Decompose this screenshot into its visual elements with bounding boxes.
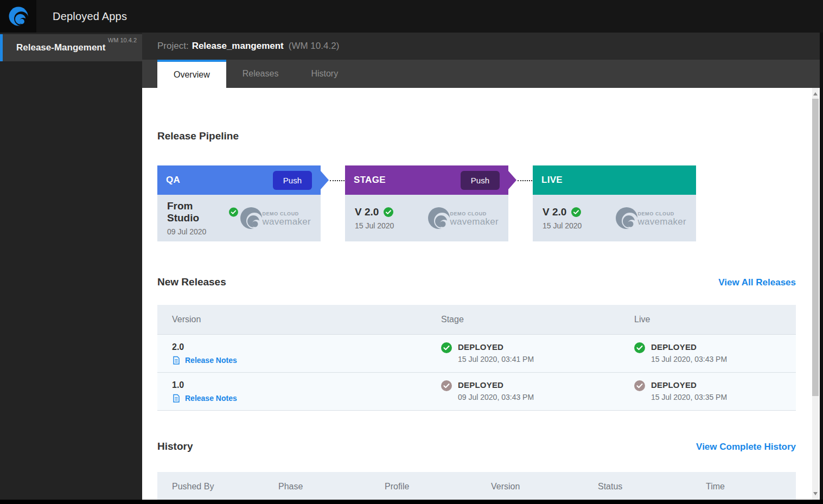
release-notes-label: Release Notes — [185, 394, 237, 403]
live-stage-name: LIVE — [541, 175, 563, 186]
column-pushed-by: Pushed By — [157, 482, 264, 492]
column-live: Live — [620, 315, 796, 324]
table-row: 2.0 Release Notes — [157, 334, 796, 372]
content-area: Release Pipeline QA Push From Studio — [142, 88, 823, 500]
success-check-icon — [441, 342, 452, 353]
stage-time: 09 Jul 2020, 03:43 PM — [458, 393, 534, 401]
qa-push-button[interactable]: Push — [273, 171, 312, 190]
project-version: (WM 10.4.2) — [289, 41, 340, 52]
wavemaker-cloud-icon — [238, 205, 264, 231]
wavemaker-wave-icon — [7, 5, 30, 28]
stage-card-header: STAGE Push — [345, 165, 508, 195]
tab-history[interactable]: History — [295, 60, 354, 88]
row-version: 1.0 — [172, 380, 426, 390]
stage-version: V 2.0 — [355, 206, 379, 218]
column-version: Version — [157, 315, 426, 324]
column-status: Status — [583, 482, 691, 492]
history-title: History — [157, 441, 193, 452]
project-header: Project: Release_mangement (WM 10.4.2) — [142, 33, 823, 60]
release-pipeline: QA Push From Studio 0 — [157, 165, 796, 241]
document-icon — [172, 356, 181, 365]
new-releases-table: Version Stage Live 2.0 Release Notes — [157, 305, 796, 411]
live-version: V 2.0 — [543, 206, 566, 218]
wavemaker-cloud-icon — [426, 205, 452, 231]
table-row: 1.0 Release Notes — [157, 372, 796, 411]
release-notes-label: Release Notes — [185, 356, 237, 365]
live-card-body: V 2.0 15 Jul 2020 — [533, 195, 696, 241]
column-time: Time — [691, 482, 796, 492]
release-pipeline-title: Release Pipeline — [157, 130, 796, 142]
project-name: Release_mangement — [192, 41, 284, 52]
live-card-header: LIVE — [533, 165, 696, 195]
tab-bar: Overview Releases History — [142, 60, 823, 88]
qa-card-body: From Studio 09 Jul 2020 — [157, 195, 321, 241]
qa-card-header: QA Push — [157, 165, 321, 195]
pipeline-connector — [330, 180, 344, 181]
project-prefix: Project: — [157, 41, 189, 52]
stage-date: 15 Jul 2020 — [355, 221, 394, 230]
view-all-releases-link[interactable]: View All Releases — [718, 277, 796, 288]
live-time: 15 Jul 2020, 03:35 PM — [651, 393, 727, 401]
new-releases-title: New Releases — [157, 276, 226, 288]
live-time: 15 Jul 2020, 03:43 PM — [651, 355, 727, 363]
row-version: 2.0 — [172, 342, 426, 352]
cloud-brand: wavemaker — [262, 217, 311, 227]
inactive-check-icon — [634, 380, 645, 391]
cloud-brand: wavemaker — [637, 217, 686, 227]
new-releases-table-header: Version Stage Live — [157, 305, 796, 334]
column-phase: Phase — [264, 482, 370, 492]
live-status: DEPLOYED — [651, 380, 727, 390]
wavemaker-cloud-icon — [614, 205, 640, 231]
qa-version: From Studio — [167, 200, 224, 224]
stage-push-button[interactable]: Push — [461, 171, 500, 190]
vertical-scrollbar[interactable] — [812, 88, 819, 500]
pipeline-connector — [518, 180, 532, 181]
scroll-down-arrow-icon[interactable] — [813, 492, 818, 495]
column-version: Version — [476, 482, 583, 492]
window-right-border — [820, 33, 823, 500]
column-profile: Profile — [370, 482, 476, 492]
sidebar: Release-Mangement WM 10.4.2 — [0, 33, 142, 500]
qa-stage-name: QA — [166, 175, 180, 186]
pipeline-card-stage: STAGE Push V 2.0 15 J — [345, 165, 508, 241]
cloud-brand: wavemaker — [450, 217, 499, 227]
stage-card-body: V 2.0 15 Jul 2020 — [345, 195, 508, 241]
tab-overview[interactable]: Overview — [157, 60, 226, 88]
success-check-icon — [571, 207, 581, 217]
view-complete-history-link[interactable]: View Complete History — [696, 442, 796, 452]
column-stage: Stage — [426, 315, 620, 324]
scrollbar-thumb[interactable] — [812, 99, 819, 396]
release-notes-link[interactable]: Release Notes — [172, 394, 426, 403]
stage-status: DEPLOYED — [458, 342, 534, 352]
pipeline-card-live: LIVE V 2.0 15 Jul 2020 — [533, 165, 696, 241]
window-bottom-border — [0, 500, 823, 504]
demo-cloud-logo: DEMO CLOUD wavemaker — [238, 205, 311, 231]
live-date: 15 Jul 2020 — [543, 221, 582, 230]
release-notes-link[interactable]: Release Notes — [172, 356, 426, 365]
demo-cloud-logo: DEMO CLOUD wavemaker — [614, 205, 686, 231]
history-heading-row: History View Complete History — [157, 441, 796, 452]
success-check-icon — [384, 207, 393, 217]
wavemaker-logo — [0, 0, 36, 33]
sidebar-item-wm-version: WM 10.4.2 — [108, 37, 137, 43]
sidebar-item-label: Release-Mangement — [3, 42, 105, 53]
success-check-icon — [229, 207, 238, 217]
new-releases-heading-row: New Releases View All Releases — [157, 276, 796, 288]
stage-status: DEPLOYED — [458, 380, 534, 390]
tab-releases[interactable]: Releases — [226, 60, 295, 88]
stage-stage-name: STAGE — [354, 175, 386, 186]
top-bar: Deployed Apps — [0, 0, 823, 33]
history-table-header: Pushed By Phase Profile Version Status T… — [157, 472, 796, 500]
sidebar-item-release-management[interactable]: Release-Mangement WM 10.4.2 — [0, 34, 142, 61]
history-table: Pushed By Phase Profile Version Status T… — [157, 472, 796, 500]
main-panel: Project: Release_mangement (WM 10.4.2) O… — [142, 33, 823, 500]
pipeline-card-qa: QA Push From Studio 0 — [157, 165, 321, 241]
live-status: DEPLOYED — [651, 342, 727, 352]
app-title: Deployed Apps — [53, 10, 127, 23]
stage-time: 15 Jul 2020, 03:41 PM — [458, 355, 534, 363]
qa-date: 09 Jul 2020 — [167, 227, 238, 236]
inactive-check-icon — [441, 380, 452, 391]
demo-cloud-logo: DEMO CLOUD wavemaker — [426, 205, 499, 231]
success-check-icon — [634, 342, 645, 353]
scroll-up-arrow-icon[interactable] — [813, 92, 818, 95]
